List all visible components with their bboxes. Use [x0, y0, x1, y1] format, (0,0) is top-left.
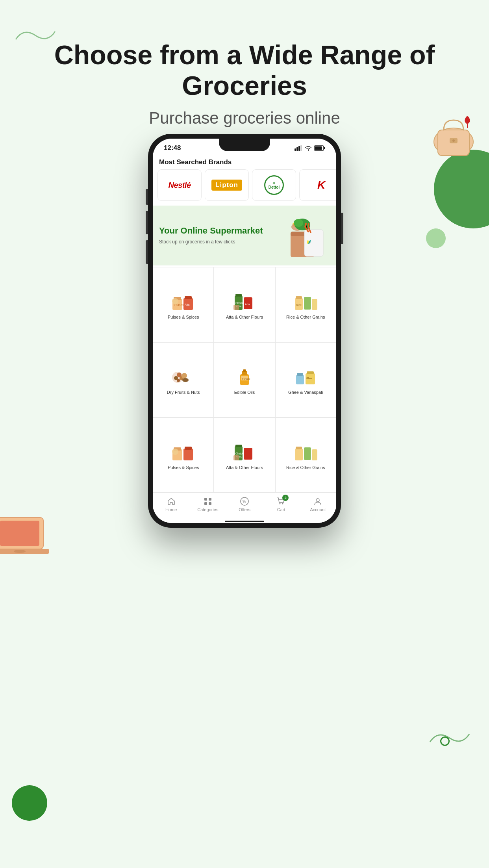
svg-rect-74 — [204, 498, 207, 501]
svg-text:Chakki: Chakki — [235, 452, 244, 455]
signal-icon — [295, 145, 302, 151]
banner-subtitle: Stock up on groceries in a few clicks — [159, 239, 267, 245]
category-ghee-1[interactable]: Ghee Ghee & Vanaspati — [275, 342, 336, 417]
svg-rect-77 — [209, 502, 211, 505]
pulses-icon-1: Pulses Atta — [170, 291, 196, 311]
svg-rect-9 — [295, 148, 296, 151]
svg-rect-76 — [204, 502, 207, 505]
svg-point-80 — [280, 503, 281, 504]
wifi-icon — [305, 145, 312, 151]
bg-wave-bottom — [426, 726, 473, 750]
ghee-icon: Ghee — [293, 366, 319, 386]
rice-icon-1: Rice — [293, 291, 319, 311]
promo-banner[interactable]: Your Online Supermarket Stock up on groc… — [153, 206, 336, 265]
category-pulses-spices-2[interactable]: Pulses & Spices — [153, 417, 214, 493]
home-indicator — [225, 521, 264, 522]
cart-badge: 2 — [282, 495, 289, 501]
category-pulses-spices-1[interactable]: Pulses Atta Pulses & Spices — [153, 267, 214, 342]
svg-rect-5 — [0, 517, 43, 549]
category-img-edible-oils: Fortune — [231, 365, 258, 387]
page-subtitle: Purchase groceries online — [0, 109, 489, 128]
category-img-atta-1: Chakki ATTA Atta — [231, 290, 258, 312]
svg-rect-72 — [304, 447, 311, 460]
svg-rect-39 — [304, 297, 311, 310]
svg-rect-40 — [312, 299, 317, 310]
svg-rect-31 — [235, 294, 242, 297]
cart-icon: 2 — [276, 496, 286, 506]
category-edible-oils-1[interactable]: Fortune Edible Oils — [214, 342, 275, 417]
svg-rect-70 — [295, 449, 303, 460]
brand-dettol[interactable]: ⊕ Dettol — [252, 169, 296, 201]
svg-rect-73 — [312, 449, 317, 460]
account-icon — [313, 496, 323, 506]
nav-categories-label: Categories — [197, 507, 218, 512]
category-label-pulses-1: Pulses & Spices — [168, 314, 199, 320]
grocery-bag-svg: 🔰 — [269, 212, 328, 259]
banner-image: 🔰 — [267, 212, 330, 259]
svg-point-3 — [452, 139, 455, 142]
phone-screen: 12:48 — [153, 139, 336, 523]
category-rice-grains-1[interactable]: Rice Rice & Other Grains — [275, 267, 336, 342]
svg-rect-54 — [296, 375, 304, 384]
status-time: 12:48 — [164, 144, 181, 152]
svg-point-22 — [294, 219, 303, 227]
category-label-pulses-2: Pulses & Spices — [168, 465, 199, 470]
category-img-rice-2 — [292, 441, 319, 462]
brand-lipton[interactable]: Lipton — [205, 169, 249, 201]
phone-side-btn-power — [341, 213, 343, 244]
rice-icon-2 — [293, 441, 319, 461]
brand-nestle-label: Nestlé — [168, 181, 191, 190]
nav-cart-label: Cart — [277, 507, 285, 512]
svg-rect-65 — [235, 445, 242, 447]
category-img-pulses-2 — [170, 441, 197, 462]
phone-content: Most Searched Brands Nestlé Lipton ⊕ Det… — [153, 154, 336, 523]
pulses-icon-2 — [170, 441, 196, 461]
svg-rect-36 — [233, 305, 239, 310]
atta-icon-2: Chakki ATTA — [232, 441, 257, 461]
nav-cart[interactable]: 2 Cart — [263, 496, 300, 512]
category-rice-grains-2[interactable]: Rice & Other Grains — [275, 417, 336, 493]
brand-nestle[interactable]: Nestlé — [157, 169, 202, 201]
phone-side-btn-vol-down — [146, 240, 148, 264]
banner-text: Your Online Supermarket Stock up on groc… — [159, 226, 267, 245]
bottom-nav: Home Categories — [153, 493, 336, 518]
svg-rect-57 — [307, 371, 314, 374]
offers-icon: % — [239, 496, 250, 506]
atta-icon-1: Chakki ATTA Atta — [232, 291, 257, 311]
svg-rect-51 — [243, 369, 246, 372]
brand-dettol-label: ⊕ Dettol — [264, 175, 284, 195]
category-dry-fruits-1[interactable]: Dry Fruits & Nuts — [153, 342, 214, 417]
brand-kelloggs[interactable]: K — [299, 169, 336, 201]
home-icon — [166, 496, 176, 506]
svg-text:%: % — [243, 499, 246, 504]
nav-offers[interactable]: % Offers — [226, 496, 263, 512]
category-label-rice-2: Rice & Other Grains — [286, 465, 325, 470]
svg-point-81 — [282, 503, 283, 504]
svg-point-46 — [177, 379, 180, 382]
svg-point-63 — [172, 449, 178, 455]
category-atta-flours-2[interactable]: Chakki ATTA Atta & Other Flours — [214, 417, 275, 493]
svg-rect-62 — [185, 447, 192, 450]
svg-rect-38 — [296, 296, 302, 299]
bg-circle-right — [434, 150, 489, 228]
svg-rect-61 — [183, 449, 193, 460]
svg-text:Chakki: Chakki — [235, 302, 244, 304]
category-img-pulses-1: Pulses Atta — [170, 290, 197, 312]
category-label-dry-fruits: Dry Fruits & Nuts — [167, 389, 200, 395]
category-atta-flours-1[interactable]: Chakki ATTA Atta Atta & Other Flours — [214, 267, 275, 342]
svg-rect-71 — [296, 447, 302, 449]
category-img-ghee: Ghee — [292, 365, 319, 387]
svg-rect-55 — [297, 373, 303, 376]
svg-rect-6 — [0, 521, 39, 546]
nav-categories[interactable]: Categories — [189, 496, 226, 512]
nav-home[interactable]: Home — [153, 496, 189, 512]
svg-rect-15 — [315, 147, 322, 150]
svg-point-48 — [182, 378, 189, 382]
nav-account[interactable]: Account — [300, 496, 336, 512]
brand-lipton-label: Lipton — [211, 180, 242, 191]
status-icons — [295, 145, 325, 151]
svg-point-47 — [182, 373, 187, 378]
nav-offers-label: Offers — [239, 507, 250, 512]
phone-mockup: 12:48 — [148, 134, 341, 528]
category-img-dry-fruits — [170, 365, 197, 387]
